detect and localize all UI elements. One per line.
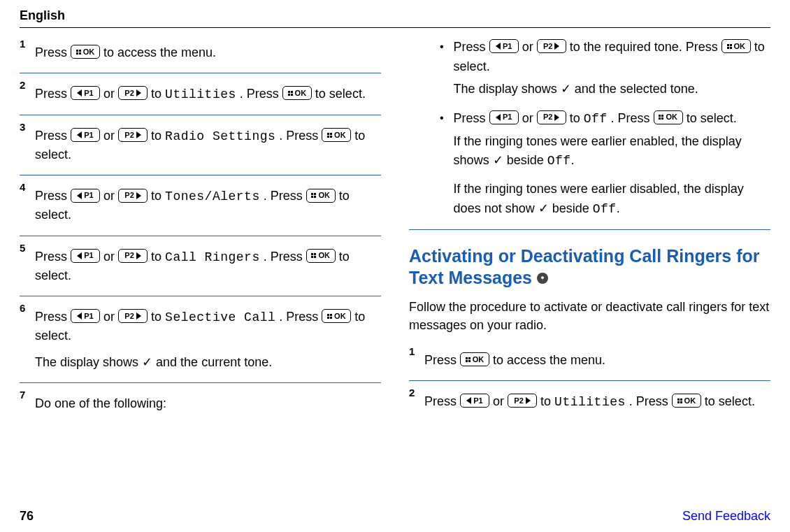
section-intro: Follow the procedure to activate or deac… bbox=[409, 298, 770, 334]
option-item: • Press P1 or P2 to the required tone. P… bbox=[440, 38, 770, 99]
text: to access the menu. bbox=[103, 45, 216, 59]
text: . Press bbox=[264, 250, 306, 264]
step-separator bbox=[20, 382, 381, 383]
menu-ok-key-icon: OK bbox=[322, 128, 351, 142]
text: or bbox=[103, 310, 118, 324]
text: . Press bbox=[264, 189, 306, 203]
step-number: 1 bbox=[20, 38, 25, 50]
p1-key-icon: P1 bbox=[71, 309, 100, 323]
bullet-icon: • bbox=[440, 38, 444, 99]
text: Press bbox=[35, 189, 71, 203]
bullet-icon: • bbox=[440, 109, 444, 220]
p2-key-icon: P2 bbox=[118, 249, 148, 263]
text: to bbox=[540, 394, 554, 408]
step-body: Press OK to access the menu. bbox=[20, 38, 381, 70]
text: Press bbox=[424, 353, 460, 367]
option-body: Press P1 or P2 to the required tone. Pre… bbox=[454, 38, 770, 99]
text: to bbox=[151, 310, 165, 324]
p2-key-icon: P2 bbox=[118, 128, 148, 142]
text: Press bbox=[424, 394, 460, 408]
send-feedback-link[interactable]: Send Feedback bbox=[682, 509, 770, 524]
result-text: If the ringing tones were earlier enable… bbox=[454, 132, 770, 172]
step-number: 2 bbox=[409, 387, 415, 398]
step-separator bbox=[20, 115, 381, 115]
menu-ok-key-icon: OK bbox=[282, 86, 312, 100]
step-6: 6 Press P1 or P2 to Selective Call . Pre… bbox=[20, 302, 381, 380]
text: Press bbox=[35, 129, 71, 143]
text: . Press bbox=[629, 394, 672, 408]
step-body: Press P1 or P2 to Utilities . Press OK t… bbox=[20, 79, 381, 112]
step-4: 4 Press P1 or P2 to Tones/Alerts . Press… bbox=[20, 181, 381, 232]
menu-path: Selective Call bbox=[165, 310, 275, 324]
step-3: 3 Press P1 or P2 to Radio Settings . Pre… bbox=[20, 121, 381, 172]
menu-ok-key-icon: OK bbox=[460, 352, 489, 366]
step-7: 7 Do one of the following: bbox=[20, 389, 381, 421]
page-footer: 76 Send Feedback bbox=[20, 509, 770, 524]
section-separator bbox=[409, 229, 770, 230]
section-step-2: 2 Press P1 or P2 to Utilities . Press OK… bbox=[409, 387, 770, 419]
result-text: If the ringing tones were earlier disabl… bbox=[454, 180, 770, 220]
menu-value: Off bbox=[584, 112, 608, 126]
p1-key-icon: P1 bbox=[71, 189, 100, 203]
step-separator bbox=[409, 380, 770, 381]
text: or bbox=[103, 87, 118, 101]
step-body: Press P1 or P2 to Selective Call . Press… bbox=[20, 302, 381, 380]
text: Press bbox=[35, 250, 71, 264]
p2-key-icon: P2 bbox=[537, 110, 566, 124]
step-body: Press P1 or P2 to Utilities . Press OK t… bbox=[409, 387, 770, 419]
step-1: 1 Press OK to access the menu. bbox=[20, 38, 381, 70]
step-number: 6 bbox=[20, 302, 25, 314]
p2-key-icon: P2 bbox=[508, 394, 537, 408]
menu-path: Utilities bbox=[165, 87, 236, 101]
menu-ok-key-icon: OK bbox=[654, 110, 683, 124]
text: Press bbox=[35, 87, 71, 101]
content-columns: 1 Press OK to access the menu. 2 Press P… bbox=[20, 38, 770, 421]
text: or bbox=[103, 250, 118, 264]
section-heading: Activating or Deactivating Call Ringers … bbox=[409, 245, 770, 289]
text: or bbox=[103, 189, 118, 203]
step-body: Press OK to access the menu. bbox=[409, 345, 770, 378]
step-5: 5 Press P1 or P2 to Call Ringers . Press… bbox=[20, 242, 381, 293]
step-number: 7 bbox=[20, 389, 25, 401]
p1-key-icon: P1 bbox=[489, 110, 519, 124]
text: to select. bbox=[705, 394, 755, 408]
step-separator bbox=[20, 73, 381, 73]
option-list: • Press P1 or P2 to the required tone. P… bbox=[440, 38, 770, 220]
menu-path: Utilities bbox=[554, 395, 626, 409]
menu-ok-key-icon: OK bbox=[322, 309, 351, 323]
text: to bbox=[570, 111, 584, 125]
page-number: 76 bbox=[20, 509, 34, 524]
result-text: The display shows ✓ and the selected ton… bbox=[454, 80, 770, 99]
step-number: 4 bbox=[20, 181, 25, 193]
section-step-1: 1 Press OK to access the menu. bbox=[409, 345, 770, 378]
text: Press bbox=[35, 310, 71, 324]
text: to bbox=[151, 87, 165, 101]
text: to bbox=[151, 189, 165, 203]
p2-key-icon: P2 bbox=[118, 309, 148, 323]
step-number: 5 bbox=[20, 242, 25, 254]
text: to bbox=[151, 129, 165, 143]
step-number: 3 bbox=[20, 121, 25, 133]
text: to select. bbox=[315, 87, 366, 101]
text: . Press bbox=[279, 129, 322, 143]
menu-ok-key-icon: OK bbox=[306, 189, 336, 203]
page-language: English bbox=[20, 8, 770, 23]
p1-key-icon: P1 bbox=[489, 39, 519, 53]
text: Press bbox=[454, 40, 489, 54]
step-extra: The display shows ✓ and the current tone… bbox=[35, 353, 381, 371]
menu-path: Tones/Alerts bbox=[165, 189, 260, 203]
feature-icon: ● bbox=[537, 273, 548, 284]
right-column: • Press P1 or P2 to the required tone. P… bbox=[409, 38, 770, 421]
step-separator bbox=[20, 175, 381, 175]
text: or bbox=[522, 111, 537, 125]
menu-path: Radio Settings bbox=[165, 129, 275, 143]
text: to select. bbox=[687, 111, 737, 125]
option-item: • Press P1 or P2 to Off . Press OK to se… bbox=[440, 109, 770, 220]
text: . Press bbox=[611, 111, 654, 125]
step-body: Press P1 or P2 to Radio Settings . Press… bbox=[20, 121, 381, 172]
menu-ok-key-icon: OK bbox=[306, 249, 336, 263]
menu-ok-key-icon: OK bbox=[672, 394, 701, 408]
text: to bbox=[151, 250, 165, 264]
left-column: 1 Press OK to access the menu. 2 Press P… bbox=[20, 38, 381, 421]
p2-key-icon: P2 bbox=[118, 189, 148, 203]
